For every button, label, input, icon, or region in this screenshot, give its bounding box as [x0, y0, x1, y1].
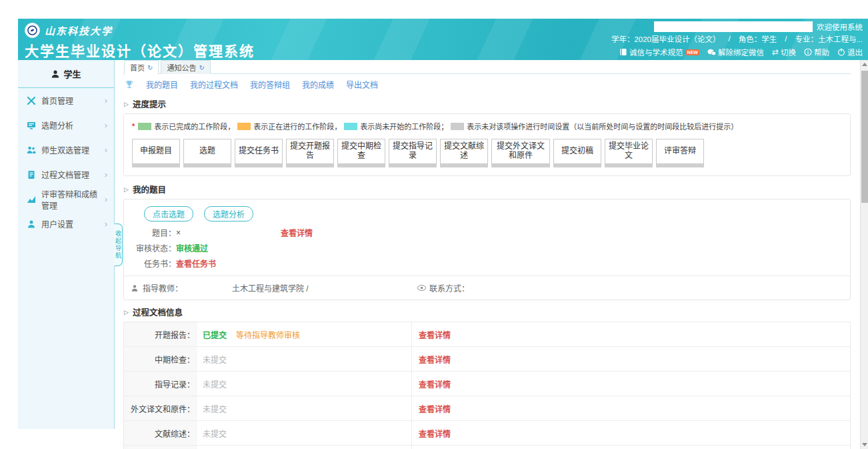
sidebar-item-mutual-selection[interactable]: 师生双选管理 ›	[18, 137, 114, 162]
progress-legend: * 表示已完成的工作阶段， 表示正在进行的工作阶段， 表示尚未开始的工作阶段； …	[132, 121, 842, 131]
tab-notices[interactable]: 通知公告 ↻	[161, 60, 210, 74]
welcome-line: 欢迎使用系统	[607, 21, 863, 33]
view-detail-link[interactable]: 查看详情	[419, 428, 451, 439]
quicknav-my-process-docs[interactable]: 我的过程文档	[190, 79, 238, 90]
logout-link[interactable]: 退出	[837, 47, 863, 57]
stage-task-book: 提交任务书	[235, 139, 283, 167]
progress-stages: 申报题目 选题 提交任务书 提交开题报告 提交中期检查 提交指导记录 提交文献综…	[132, 139, 842, 167]
power-icon	[837, 48, 845, 56]
wechat-icon	[707, 49, 716, 56]
integrity-link[interactable]: 诚信与学术规范 NEW	[619, 47, 699, 57]
chevron-right-icon: ›	[105, 194, 107, 204]
topic-analysis-button[interactable]: 选题分析	[204, 206, 253, 221]
table-row-guidance-record: 指导记录： 未提交 查看详情	[124, 372, 850, 396]
my-topic-section-header: ▷ 我的题目	[124, 183, 851, 195]
sidebar-item-home-management[interactable]: 首页管理 ›	[18, 88, 114, 113]
status-not-submitted: 未提交	[203, 354, 227, 365]
sidebar-item-review-grades[interactable]: 评审答辩和成绩管理 ›	[18, 187, 114, 211]
status-not-submitted: 未提交	[203, 378, 227, 390]
process-docs-section-header: ▷ 过程文档信息	[124, 306, 851, 318]
separator: /	[785, 35, 787, 43]
university-name: 山东科技大学	[45, 23, 113, 37]
people-icon	[27, 145, 36, 155]
tab-home[interactable]: 首页 ↻	[124, 60, 159, 74]
view-detail-link[interactable]: 查看详情	[419, 329, 451, 340]
sidebar-item-user-settings[interactable]: 用户设置 ›	[18, 211, 114, 236]
quicknav-my-defense-group[interactable]: 我的答辩组	[250, 79, 290, 90]
audit-status-label: 审核状态：	[124, 242, 176, 254]
page-container: 山东科技大学 大学生毕业设计（论文）管理系统 欢迎使用系统 学年：2020届毕业…	[18, 19, 868, 449]
legend-text: 表示未对该项操作进行时间设置（以当前所处时间与设置的时间段比较后进行提示）	[467, 121, 738, 131]
chevron-right-icon: ›	[105, 95, 107, 105]
view-task-book-link[interactable]: 查看任务书	[176, 258, 216, 269]
stage-status-strip	[235, 164, 283, 167]
chevron-right-icon: ›	[105, 169, 107, 179]
stage-status-strip	[337, 164, 385, 167]
quick-nav: 我的题目 我的过程文档 我的答辩组 我的成绩 导出文档	[123, 74, 851, 93]
book-icon	[619, 48, 627, 56]
chart-icon	[27, 195, 36, 204]
legend-text: 表示已完成的工作阶段，	[154, 121, 235, 131]
stage-status-strip	[553, 164, 601, 167]
contact-group: 联系方式：	[417, 282, 469, 294]
document-icon	[27, 170, 36, 179]
contact-label: 联系方式：	[429, 282, 469, 294]
welcome-text: 欢迎使用系统	[817, 21, 863, 32]
refresh-icon[interactable]: ↻	[199, 64, 204, 71]
topic-label: 题目：	[124, 227, 176, 238]
task-book-field: 任务书： 查看任务书	[124, 256, 850, 271]
unbind-wechat-link[interactable]: 解除绑定微信	[707, 47, 764, 57]
collapse-nav-handle[interactable]: 收起导航	[114, 223, 123, 266]
session-info-line: 学年：2020届毕业设计（论文） / 角色：学生 / 专业：土木工程与...	[607, 33, 863, 45]
legend-text: 表示尚未开始的工作阶段；	[360, 121, 448, 131]
scroll-down-arrow-icon[interactable]	[862, 443, 867, 446]
scrollbar-thumb[interactable]	[861, 71, 868, 203]
status-note: 等待指导教师审核	[236, 329, 300, 340]
stage-select-topic: 选题	[183, 139, 231, 167]
stage-status-strip	[389, 164, 437, 167]
legend-swatch-inprogress	[237, 123, 251, 130]
university-logo	[25, 23, 40, 38]
sidebar: 学生 首页管理 › 选题分析 › 师生双选管理 ›	[18, 60, 115, 449]
audit-status-field: 审核状态： 审核通过	[124, 240, 850, 256]
stage-proposal-report: 提交开题报告	[286, 139, 334, 167]
view-detail-link[interactable]: 查看详情	[419, 378, 451, 390]
stage-status-strip	[605, 164, 653, 167]
quicknav-export-docs[interactable]: 导出文档	[346, 79, 378, 90]
redacted-username-box	[654, 21, 813, 32]
status-submitted: 已提交	[203, 329, 227, 340]
switch-role-link[interactable]: ⇄ 切换	[772, 47, 796, 57]
progress-box: * 表示已完成的工作阶段， 表示正在进行的工作阶段， 表示尚未开始的工作阶段； …	[123, 113, 851, 176]
help-link[interactable]: 帮助	[804, 47, 829, 57]
table-row-first-draft: 初稿： 未提交 查看详情	[124, 446, 850, 449]
task-book-label: 任务书：	[124, 258, 176, 269]
status-not-submitted: 未提交	[203, 403, 227, 414]
trophy-icon	[125, 80, 134, 89]
legend-swatch-notimeset	[451, 123, 464, 130]
quicknav-my-grades[interactable]: 我的成绩	[302, 79, 334, 90]
process-docs-table: 开题报告： 已提交 等待指导教师审核 查看详情 中期检查： 未提交 查看详情 指…	[123, 322, 851, 449]
stage-status-strip	[440, 164, 488, 167]
scroll-up-arrow-icon[interactable]	[862, 63, 867, 66]
triangle-marker-icon: ▷	[124, 309, 129, 316]
progress-section-header: ▷ 进度提示	[124, 97, 851, 110]
topic-value: ×	[176, 228, 181, 238]
content-area: 首页 ↻ 通知公告 ↻ 我的题目 我的过程文档 我的答辩组 我的成绩 导出文档 …	[115, 60, 868, 449]
chevron-right-icon: ›	[105, 120, 107, 130]
refresh-icon[interactable]: ↻	[147, 64, 153, 71]
click-select-topic-button[interactable]: 点击选题	[144, 206, 193, 221]
audit-status-value: 审核通过	[176, 242, 208, 254]
stage-status-strip	[286, 164, 334, 167]
legend-swatch-notstarted	[344, 123, 357, 130]
quicknav-my-topic[interactable]: 我的题目	[146, 79, 178, 90]
process-docs-section-title: 过程文档信息	[133, 306, 183, 318]
sidebar-item-process-docs[interactable]: 过程文档管理 ›	[18, 162, 114, 187]
sidebar-item-topic-analysis[interactable]: 选题分析 ›	[18, 113, 114, 137]
view-detail-link[interactable]: 查看详情	[419, 354, 451, 365]
topic-detail-link[interactable]: 查看详情	[281, 227, 313, 238]
vertical-scrollbar[interactable]	[860, 60, 868, 449]
triangle-marker-icon: ▷	[124, 101, 129, 107]
view-detail-link[interactable]: 查看详情	[419, 403, 451, 414]
my-topic-section-title: 我的题目	[133, 183, 166, 195]
stage-foreign-translation: 提交外文译文和原件	[491, 139, 550, 167]
